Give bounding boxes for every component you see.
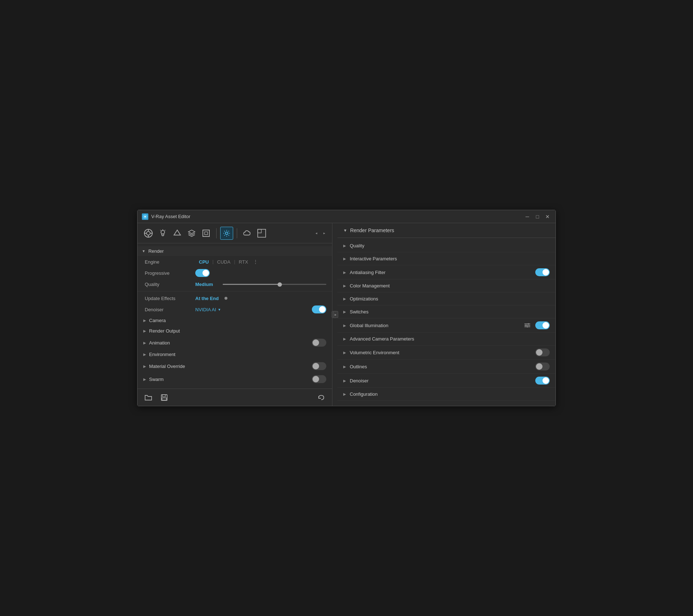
rp-quality-row[interactable]: ▶ Quality [337, 239, 555, 252]
undo-icon[interactable] [316, 392, 326, 403]
svg-rect-18 [162, 395, 165, 397]
engine-cpu-option[interactable]: CPU [195, 259, 212, 265]
rp-adv-camera-chevron-icon: ▶ [343, 337, 346, 341]
engine-cuda-option[interactable]: CUDA [214, 259, 234, 265]
left-panel-body: ▼ Render Engine CPU | CUDA | RTX ⋮ [138, 243, 332, 389]
denoiser-dropdown[interactable]: NVIDIA AI ▾ [195, 307, 309, 312]
denoiser-label: Denoiser [145, 307, 195, 312]
update-effects-val[interactable]: At the End [195, 296, 219, 301]
rp-optimizations-row[interactable]: ▶ Optimizations [337, 292, 555, 305]
rp-adv-camera-row[interactable]: ▶ Advanced Camera Parameters [337, 333, 555, 346]
rp-antialiasing-row[interactable]: ▶ Antialiasing Filter [337, 265, 555, 279]
svg-point-23 [525, 325, 527, 326]
settings-icon[interactable] [220, 227, 233, 240]
rp-quality-label: Quality [350, 243, 550, 248]
save-file-icon[interactable] [159, 392, 169, 403]
svg-line-10 [165, 230, 166, 231]
rp-gi-controls [524, 321, 550, 329]
swarm-label: Swarm [149, 377, 312, 382]
rp-outlines-row[interactable]: ▶ Outlines [337, 360, 555, 374]
denoiser-row: Denoiser NVIDIA AI ▾ [138, 304, 332, 315]
material-icon[interactable] [200, 227, 213, 240]
material-override-toggle[interactable] [312, 362, 326, 370]
quality-label: Quality [145, 282, 195, 287]
material-override-label: Material Override [149, 364, 312, 369]
animation-section[interactable]: ▶ Animation [138, 336, 332, 349]
render-output-chevron-icon: ▶ [143, 329, 146, 333]
swarm-toggle[interactable] [312, 375, 326, 383]
animation-label: Animation [149, 340, 312, 346]
rp-antialiasing-label: Antialiasing Filter [350, 270, 535, 275]
rp-interactive-chevron-icon: ▶ [343, 257, 346, 261]
rp-switches-row[interactable]: ▶ Switches [337, 305, 555, 318]
engine-label: Engine [145, 259, 195, 265]
engine-more-icon[interactable]: ⋮ [253, 259, 258, 265]
panel-splitter[interactable]: ◂ ▸ [332, 223, 337, 406]
rp-interactive-label: Interactive Parameters [350, 256, 550, 261]
render-section-label: Render [148, 248, 164, 254]
viewport-icon[interactable] [255, 227, 268, 240]
quality-value: Medium [195, 282, 326, 287]
camera-section[interactable]: ▶ Camera [138, 315, 332, 326]
gi-toggle[interactable] [535, 321, 550, 329]
volumetric-toggle[interactable] [535, 348, 550, 356]
rp-color-chevron-icon: ▶ [343, 284, 346, 288]
antialiasing-toggle[interactable] [535, 268, 550, 276]
rp-vol-controls [535, 348, 550, 356]
separator-line-1 [138, 291, 332, 291]
rp-config-chevron-icon: ▶ [343, 392, 346, 396]
close-button[interactable]: ✕ [544, 213, 551, 220]
window-title: V-Ray Asset Editor [151, 214, 524, 219]
rp-vol-chevron-icon: ▶ [343, 351, 346, 355]
minimize-button[interactable]: ─ [524, 213, 531, 220]
quality-slider[interactable] [223, 284, 326, 285]
svg-point-1 [147, 231, 150, 235]
rp-adv-camera-label: Advanced Camera Parameters [350, 336, 550, 342]
update-effects-label: Update Effects [145, 296, 195, 301]
svg-point-25 [527, 326, 528, 327]
rp-gi-label: Global Illumination [350, 323, 524, 328]
rp-color-mgmt-row[interactable]: ▶ Color Management [337, 279, 555, 292]
rp-denoiser-toggle[interactable] [535, 377, 550, 385]
bottom-bar [138, 389, 332, 406]
rp-gi-row[interactable]: ▶ Global Illumination [337, 318, 555, 333]
scroll-right-icon[interactable]: ▸ [321, 230, 328, 237]
open-file-icon[interactable] [143, 392, 153, 403]
scroll-left-icon[interactable]: ◂ [313, 230, 320, 237]
maximize-button[interactable]: □ [534, 213, 541, 220]
rp-outlines-chevron-icon: ▶ [343, 365, 346, 369]
render-section-header[interactable]: ▼ Render [138, 246, 332, 256]
swarm-section[interactable]: ▶ Swarm [138, 373, 332, 386]
rp-config-row[interactable]: ▶ Configuration [337, 388, 555, 401]
progressive-label: Progressive [145, 270, 195, 276]
right-panel: ▼ Render Parameters ▶ Quality ▶ Interact… [337, 223, 555, 406]
light-icon[interactable] [156, 227, 169, 240]
update-effects-row: Update Effects At the End [138, 293, 332, 304]
animation-toggle[interactable] [312, 339, 326, 347]
cloud-icon[interactable] [241, 227, 254, 240]
quality-row: Quality Medium [138, 279, 332, 290]
environment-section[interactable]: ▶ Environment [138, 349, 332, 360]
progressive-toggle[interactable] [195, 269, 210, 277]
svg-point-6 [161, 230, 165, 234]
outlines-toggle[interactable] [535, 363, 550, 370]
layers-icon[interactable] [185, 227, 198, 240]
main-content: ◂ ▸ ▼ Render Engine CPU | [138, 223, 555, 406]
effect-dot-icon [225, 297, 227, 300]
progressive-row: Progressive [138, 267, 332, 279]
separator-2 [237, 228, 237, 238]
material-override-section[interactable]: ▶ Material Override [138, 360, 332, 373]
rp-color-mgmt-label: Color Management [350, 283, 550, 289]
render-output-section[interactable]: ▶ Render Output [138, 326, 332, 336]
engine-rtx-option[interactable]: RTX [235, 259, 252, 265]
environment-label: Environment [149, 352, 326, 357]
collapse-right-icon[interactable]: ▸ [333, 311, 338, 318]
rp-denoiser-row[interactable]: ▶ Denoiser [337, 374, 555, 388]
denoiser-toggle[interactable] [312, 305, 326, 313]
rp-volumetric-row[interactable]: ▶ Volumetric Environment [337, 346, 555, 360]
left-panel: ◂ ▸ ▼ Render Engine CPU | [138, 223, 332, 406]
render-scene-icon[interactable] [142, 227, 155, 240]
rp-interactive-row[interactable]: ▶ Interactive Parameters [337, 252, 555, 265]
geometry-icon[interactable] [171, 227, 184, 240]
title-bar: V-Ray Asset Editor ─ □ ✕ [138, 210, 555, 223]
